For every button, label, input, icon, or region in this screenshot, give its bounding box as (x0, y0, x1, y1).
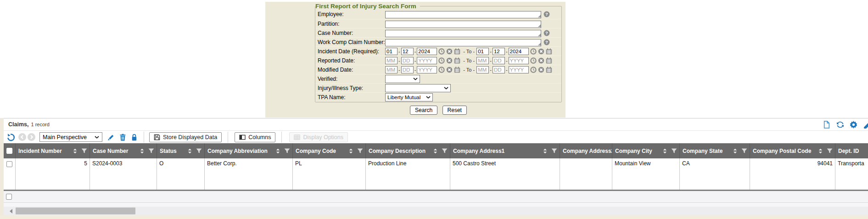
header-cell-company-code[interactable]: Company Code (293, 143, 366, 158)
clock-icon[interactable] (530, 48, 537, 55)
search-button[interactable]: Search (410, 106, 437, 115)
delete-icon[interactable] (119, 134, 126, 141)
filter-icon[interactable] (81, 148, 87, 154)
settings-icon[interactable] (850, 121, 857, 129)
filter-icon[interactable] (196, 148, 202, 154)
clear-icon[interactable] (446, 57, 453, 64)
work-comp-claim-number-input[interactable] (385, 39, 541, 46)
filter-icon[interactable] (357, 148, 363, 154)
modified-date-to-dd-input[interactable] (493, 66, 505, 73)
table-row[interactable]: 5S2024-0003OBetter Corp.PLProduction Lin… (4, 158, 868, 190)
reported-date-from-yyyy-input[interactable] (417, 57, 437, 64)
help-icon[interactable]: ? (543, 39, 550, 45)
store-displayed-data-button[interactable]: Store Displayed Data (149, 132, 222, 142)
refresh-icon[interactable] (836, 121, 844, 129)
scrollbar-thumb[interactable] (16, 208, 135, 214)
undo-icon[interactable] (7, 133, 15, 141)
sort-icon[interactable] (348, 148, 354, 154)
calendar-icon[interactable] (546, 67, 552, 73)
modified-date-from-dd-input[interactable] (401, 66, 414, 73)
clock-icon[interactable] (438, 67, 445, 73)
filter-icon[interactable] (671, 148, 677, 154)
incident-date-required-to-yyyy-input[interactable] (509, 48, 529, 55)
row-checkbox[interactable] (6, 161, 12, 167)
header-cell-company-abbreviation[interactable]: Company Abbreviation (205, 143, 293, 158)
clock-icon[interactable] (530, 67, 537, 73)
modified-date-to-yyyy-input[interactable] (509, 66, 529, 73)
reset-button[interactable]: Reset (442, 106, 467, 115)
lock-icon[interactable] (131, 134, 138, 141)
reported-date-from-dd-input[interactable] (401, 57, 414, 64)
employee-input[interactable] (385, 11, 541, 18)
select-all-checkbox[interactable] (6, 148, 12, 154)
new-document-icon[interactable] (823, 121, 831, 129)
filter-icon[interactable] (442, 148, 448, 154)
columns-button[interactable]: Columns (235, 132, 275, 142)
filter-icon[interactable] (741, 148, 747, 154)
incident-date-required-to-dd-input[interactable] (493, 48, 505, 55)
footer-checkbox[interactable] (6, 194, 12, 200)
calendar-icon[interactable] (454, 57, 460, 64)
clock-icon[interactable] (530, 57, 537, 64)
clear-icon[interactable] (538, 67, 544, 73)
header-cell-company-address2[interactable]: Company Address2 (560, 143, 612, 158)
clock-icon[interactable] (438, 48, 445, 55)
sort-icon[interactable] (662, 148, 668, 154)
clear-icon[interactable] (446, 67, 453, 73)
wrench-icon[interactable] (863, 121, 868, 129)
verified-select[interactable] (385, 75, 420, 83)
sort-icon[interactable] (139, 148, 145, 154)
header-cell-company-description[interactable]: Company Description (366, 143, 450, 158)
sort-icon[interactable] (187, 148, 193, 154)
injury-illness-type-select[interactable] (385, 84, 451, 92)
sort-icon[interactable] (818, 148, 823, 154)
prev-icon[interactable] (18, 133, 26, 141)
calendar-icon[interactable] (454, 48, 460, 55)
filter-icon[interactable] (551, 148, 557, 154)
header-cell-company-postal-code[interactable]: Company Postal Code (750, 143, 835, 158)
calendar-icon[interactable] (546, 57, 552, 64)
reported-date-from-mm-input[interactable] (385, 57, 398, 64)
filter-icon[interactable] (827, 148, 833, 154)
header-cell-dept-id[interactable]: Dept. ID (835, 143, 868, 158)
incident-date-required-from-mm-input[interactable] (385, 48, 398, 55)
filter-icon[interactable] (148, 148, 154, 154)
incident-date-required-from-yyyy-input[interactable] (417, 48, 437, 55)
header-cell-company-city[interactable]: Company City (612, 143, 680, 158)
case-number-input[interactable] (385, 30, 541, 37)
header-cell-company-address1[interactable]: Company Address1 (450, 143, 560, 158)
header-cell-incident-number[interactable]: Incident Number (16, 143, 90, 158)
perspective-select[interactable]: Main Perspective (39, 132, 102, 142)
clear-icon[interactable] (538, 57, 544, 64)
sort-icon[interactable] (542, 148, 548, 154)
next-icon[interactable] (28, 133, 35, 141)
horizontal-scrollbar[interactable] (4, 207, 868, 215)
help-icon[interactable]: ? (543, 11, 550, 17)
scroll-left-arrow-icon[interactable] (10, 209, 12, 213)
calendar-icon[interactable] (454, 67, 460, 73)
incident-date-required-from-dd-input[interactable] (401, 48, 414, 55)
incident-date-required-to-mm-input[interactable] (476, 48, 489, 55)
reported-date-to-dd-input[interactable] (493, 57, 505, 64)
calendar-icon[interactable] (546, 48, 552, 55)
edit-icon[interactable] (107, 134, 115, 141)
reported-date-to-mm-input[interactable] (476, 57, 489, 64)
header-cell-status[interactable]: Status (157, 143, 205, 158)
clock-icon[interactable] (438, 57, 445, 64)
help-icon[interactable]: ? (543, 30, 550, 36)
clear-icon[interactable] (446, 48, 453, 55)
sort-icon[interactable] (732, 148, 738, 154)
modified-date-to-mm-input[interactable] (476, 66, 489, 73)
tpa-name-select[interactable]: Liberty Mutual (385, 93, 433, 101)
clear-icon[interactable] (538, 48, 544, 55)
header-cell-case-number[interactable]: Case Number (90, 143, 157, 158)
sort-icon[interactable] (275, 148, 281, 154)
header-cell-company-state[interactable]: Company State (680, 143, 750, 158)
modified-date-from-yyyy-input[interactable] (417, 66, 437, 73)
partition-input[interactable] (385, 21, 541, 28)
filter-icon[interactable] (284, 148, 290, 154)
sort-icon[interactable] (72, 148, 78, 154)
modified-date-from-mm-input[interactable] (385, 66, 398, 73)
reported-date-to-yyyy-input[interactable] (509, 57, 529, 64)
sort-icon[interactable] (432, 148, 438, 154)
